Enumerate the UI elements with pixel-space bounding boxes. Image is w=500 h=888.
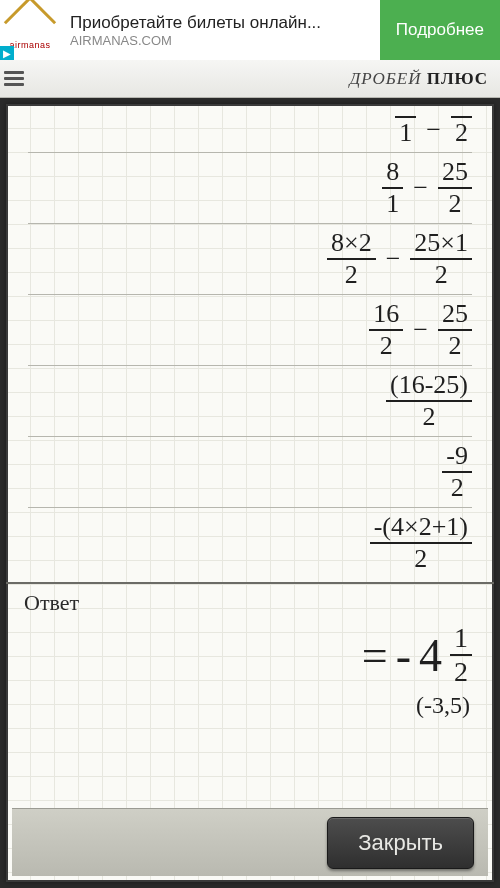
denominator: 2	[410, 546, 431, 572]
denominator: 2	[445, 333, 466, 359]
ad-title: Приобретайте билеты онлайн...	[70, 13, 380, 33]
numerator: 8×2	[327, 230, 376, 256]
adchoices-icon[interactable]: ▶	[0, 46, 14, 60]
paper: 1 − 2 81 − 252 8×22 − 25×12	[6, 104, 494, 882]
expression: 162 − 252	[369, 301, 472, 359]
denominator: 2	[431, 262, 452, 288]
expression: -(4×2+1)2	[370, 514, 472, 572]
denominator: 1	[382, 191, 403, 217]
minus-sign: -	[396, 629, 411, 682]
expression: -92	[442, 443, 472, 501]
numerator: -9	[442, 443, 472, 469]
answer-block: Ответ = - 4 1 2 (-3,5)	[6, 584, 494, 725]
app-title-light: ДРОБЕЙ	[349, 69, 426, 88]
ad-banner[interactable]: airmanas ▶ Приобретайте билеты онлайн...…	[0, 0, 500, 60]
calc-step: 81 − 252	[28, 153, 472, 224]
numerator: 16	[369, 301, 403, 327]
expression: 81 − 252	[382, 159, 472, 217]
calc-step: -92	[28, 437, 472, 508]
denominator: 2	[450, 658, 472, 686]
denominator: 2	[445, 191, 466, 217]
whole-part: 4	[419, 629, 442, 682]
expression: (16-25)2	[386, 372, 472, 430]
calculation-stage: 1 − 2 81 − 252 8×22 − 25×12	[0, 98, 500, 888]
bottom-bar: Закрыть	[12, 808, 488, 876]
app-title: ДРОБЕЙ ПЛЮС	[349, 69, 488, 89]
numerator: 1	[450, 624, 472, 652]
app-title-bold: ПЛЮС	[427, 69, 488, 88]
numerator: 8	[382, 159, 403, 185]
operator: −	[422, 115, 445, 145]
ad-url: AIRMANAS.COM	[70, 33, 380, 48]
calc-step: (16-25)2	[28, 366, 472, 437]
answer-decimal: (-3,5)	[24, 692, 472, 719]
numerator: (16-25)	[386, 372, 472, 398]
ad-text: Приобретайте билеты онлайн... AIRMANAS.C…	[60, 13, 380, 48]
answer-label: Ответ	[24, 590, 472, 616]
answer-value: = - 4 1 2	[24, 624, 472, 686]
steps-list: 1 − 2 81 − 252 8×22 − 25×12	[6, 104, 494, 578]
denominator: 2	[376, 333, 397, 359]
numerator: -(4×2+1)	[370, 514, 472, 540]
numerator: 25	[438, 301, 472, 327]
calc-step: 1 − 2	[28, 108, 472, 153]
expression: 8×22 − 25×12	[327, 230, 472, 288]
operator: −	[409, 315, 432, 345]
denominator: 2	[419, 404, 440, 430]
numerator: 25×1	[410, 230, 472, 256]
calc-step: 8×22 − 25×12	[28, 224, 472, 295]
app-header: ДРОБЕЙ ПЛЮС	[0, 60, 500, 98]
denominator: 2	[341, 262, 362, 288]
airmanas-icon	[10, 10, 50, 38]
calc-step: -(4×2+1)2	[28, 508, 472, 578]
menu-icon[interactable]	[0, 60, 30, 98]
denominator: 2	[447, 475, 468, 501]
denominator: 2	[451, 120, 472, 146]
ad-logo: airmanas ▶	[0, 0, 60, 60]
operator: −	[409, 173, 432, 203]
ad-cta-button[interactable]: Подробнее	[380, 0, 500, 60]
fractional-part: 1 2	[450, 624, 472, 686]
denominator: 1	[395, 120, 416, 146]
close-button[interactable]: Закрыть	[327, 817, 474, 869]
expression: 1 − 2	[395, 114, 472, 146]
numerator: 25	[438, 159, 472, 185]
equals-sign: =	[362, 629, 388, 682]
calc-step: 162 − 252	[28, 295, 472, 366]
operator: −	[382, 244, 405, 274]
